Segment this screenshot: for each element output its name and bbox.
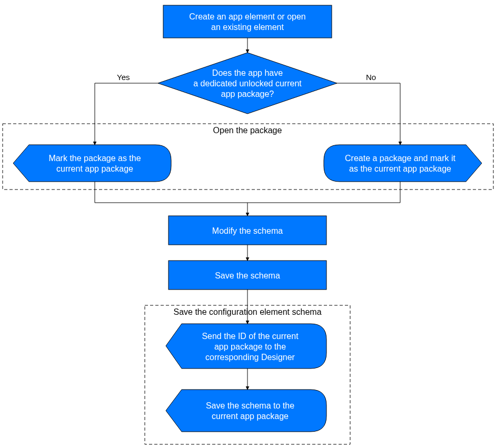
flowchart: Create an app element or open an existin… [0,0,496,448]
node-decision-line2: a dedicated unlocked current [193,79,302,88]
node-start-line2: an existing element [211,23,284,32]
edge-merge-to-modify [95,182,400,203]
node-modify-schema-line1: Modify the schema [212,226,283,235]
label-no: No [366,73,376,82]
edge-decision-no [337,83,400,145]
node-mark-package-line1: Mark the package as the [48,154,141,163]
node-create-package-line2: as the current app package [349,164,451,173]
node-save-to-package-line2: current app package [212,412,289,421]
node-mark-package-line2: current app package [56,164,133,173]
node-save-schema-line1: Save the schema [215,271,280,280]
node-save-schema: Save the schema [168,261,326,290]
node-send-id: Send the ID of the current app package t… [166,324,326,369]
node-save-to-package: Save the schema to the current app packa… [166,390,326,432]
node-send-id-line1: Send the ID of the current [202,332,299,341]
node-send-id-line2: app package to the [214,342,286,351]
node-decision-line1: Does the app have [212,68,283,77]
node-create-package: Create a package and mark it as the curr… [324,145,482,182]
node-start-line1: Create an app element or open [189,12,305,21]
node-send-id-line3: corresponding Designer [205,353,295,362]
edge-decision-yes [95,83,158,145]
node-start: Create an app element or open an existin… [163,5,332,38]
group-open-package-label: Open the package [213,126,282,135]
node-decision: Does the app have a dedicated unlocked c… [158,53,337,114]
node-create-package-line1: Create a package and mark it [345,154,455,163]
label-yes: Yes [117,73,130,82]
svg-rect-0 [163,5,332,38]
node-modify-schema: Modify the schema [168,216,326,245]
node-decision-line3: app package? [221,89,274,98]
node-save-to-package-line1: Save the schema to the [206,401,294,410]
node-mark-package: Mark the package as the current app pack… [13,145,171,182]
